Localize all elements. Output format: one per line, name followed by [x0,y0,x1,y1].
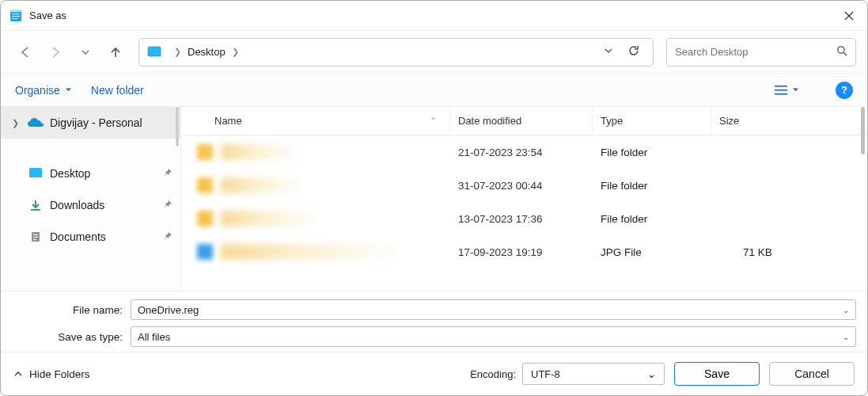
search-input[interactable] [675,46,836,58]
cancel-button[interactable]: Cancel [769,362,855,386]
list-view-icon [775,85,787,96]
body: ❯ Digvijay - Personal Desktop Downloads [1,107,867,291]
sidebar-item-label: Desktop [50,167,157,180]
svg-rect-16 [33,239,36,240]
svg-rect-4 [12,18,17,19]
column-type[interactable]: Type [593,107,711,135]
file-name-label: File name: [12,304,123,316]
scrollbar[interactable] [176,107,179,147]
form-area: File name: OneDrive.reg ⌄ Save as type: … [1,291,867,352]
sidebar-item-label: Documents [50,230,157,243]
notepad-icon [9,9,23,23]
onedrive-icon [28,115,44,131]
breadcrumb-current[interactable]: Desktop [188,46,226,58]
file-name-field[interactable]: OneDrive.reg ⌄ [131,299,856,320]
chevron-right-icon[interactable]: ❯ [12,118,21,128]
desktop-icon [147,45,161,59]
sidebar-item-desktop[interactable]: Desktop [1,158,180,189]
file-row[interactable]: 17-09-2023 19:19JPG File71 KB [181,235,867,268]
pin-icon[interactable] [163,167,172,180]
cell-date: 31-07-2023 00:44 [450,180,593,192]
organise-menu[interactable]: Organise [15,84,72,97]
chevron-up-icon [13,369,23,379]
file-name-blurred [221,177,300,193]
file-name-blurred [221,144,298,160]
file-row[interactable]: 21-07-2023 23:54File folder [181,135,867,169]
save-type-label: Save as type: [12,331,123,343]
chevron-down-icon [65,86,72,93]
breadcrumb-sep-icon: ❯ [232,47,239,57]
chevron-down-icon [792,86,799,93]
breadcrumb-bar[interactable]: ❯ Desktop ❯ [138,38,654,67]
folder-icon [197,211,213,227]
image-thumb-icon [197,244,213,260]
chevron-down-icon[interactable]: ⌄ [843,306,849,314]
svg-point-7 [838,47,844,53]
breadcrumb-dropdown-icon[interactable] [599,43,618,61]
back-button[interactable] [12,39,39,66]
sidebar: ❯ Digvijay - Personal Desktop Downloads [1,107,181,291]
encoding-label: Encoding: [470,368,516,380]
chevron-down-icon[interactable]: ⌄ [647,368,656,380]
titlebar: Save as [1,1,867,31]
sort-asc-icon: ˄ [431,116,435,125]
sidebar-item-documents[interactable]: Documents [1,221,180,253]
breadcrumb-sep-icon: ❯ [174,47,181,57]
chevron-down-icon[interactable]: ⌄ [843,333,849,341]
refresh-icon[interactable] [623,41,645,63]
up-button[interactable] [102,39,129,66]
save-button[interactable]: Save [674,362,760,386]
file-list: Name ˄ Date modified Type Size 21-07-202… [181,107,867,291]
sidebar-item-label: Downloads [50,199,157,211]
cell-type: File folder [593,213,711,225]
navbar: ❯ Desktop ❯ [1,31,867,74]
file-name-blurred [221,211,313,227]
svg-rect-14 [33,234,38,235]
save-type-value: All files [138,331,170,343]
cell-type: JPG File [593,246,711,258]
save-type-field[interactable]: All files ⌄ [131,326,856,347]
close-button[interactable] [831,1,867,30]
file-name-blurred [221,244,395,260]
svg-rect-12 [31,209,40,211]
svg-rect-9 [775,89,787,91]
svg-rect-10 [775,93,787,95]
dialog-title: Save as [29,10,831,21]
recent-dropdown[interactable] [72,39,99,66]
column-headers: Name ˄ Date modified Type Size [181,107,867,135]
view-mode-button[interactable] [770,82,804,99]
svg-rect-8 [775,86,787,87]
column-name[interactable]: Name ˄ [181,107,450,135]
help-button[interactable]: ? [836,82,853,99]
sidebar-item-downloads[interactable]: Downloads [1,189,180,221]
search-icon[interactable] [836,45,847,59]
desktop-icon [28,166,44,181]
svg-rect-15 [33,237,38,238]
cell-date: 21-07-2023 23:54 [450,147,593,158]
column-size[interactable]: Size [711,107,867,135]
forward-button[interactable] [42,39,69,66]
scrollbar[interactable] [861,107,865,154]
column-date[interactable]: Date modified [450,107,593,135]
cell-date: 13-07-2023 17:36 [450,213,593,225]
file-row[interactable]: 13-07-2023 17:36File folder [181,202,867,235]
footer: Hide Folders Encoding: UTF-8 ⌄ Save Canc… [1,352,867,395]
new-folder-button[interactable]: New folder [91,84,144,97]
svg-rect-1 [10,10,21,12]
sidebar-item-onedrive[interactable]: ❯ Digvijay - Personal [1,107,180,139]
pin-icon[interactable] [163,199,172,211]
encoding-select[interactable]: UTF-8 ⌄ [522,363,665,385]
svg-rect-11 [29,168,42,177]
search-box[interactable] [666,38,856,67]
documents-icon [28,229,44,245]
file-name-value: OneDrive.reg [138,304,199,316]
svg-rect-3 [12,16,20,17]
folder-icon [197,144,213,160]
toolbar: Organise New folder ? [1,74,867,107]
file-row[interactable]: 31-07-2023 00:44File folder [181,169,867,202]
downloads-icon [28,197,44,213]
pin-icon[interactable] [163,230,172,243]
hide-folders-toggle[interactable]: Hide Folders [13,368,90,380]
cell-size: 71 KB [711,246,867,258]
folder-icon [197,177,213,193]
